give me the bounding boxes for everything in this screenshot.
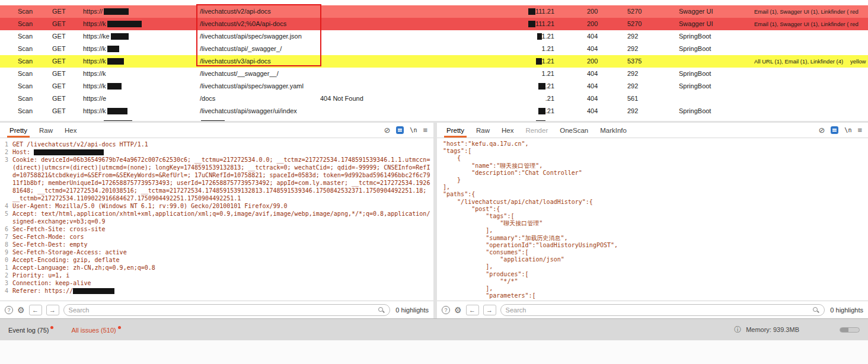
editor-tab[interactable]: Pretty [4,123,33,138]
settings-gear-icon[interactable]: ⚙ [454,306,462,314]
cell-scan-tool: Scan [18,68,49,80]
cell-comment [754,30,849,43]
cell-length: 5375 [627,55,658,68]
hide-items-icon[interactable]: ⊘ [818,126,825,134]
event-log-button[interactable]: Event log (75) [8,326,53,334]
cell-status-text [320,18,421,30]
scan-result-row[interactable]: Scan GET https://k /livechatcust/api/_sw… [0,43,868,55]
editor-menu-icon[interactable]: ≡ [423,126,427,134]
cell-method: GET [52,80,79,92]
redaction-box [538,83,545,90]
cell-scan-tool: Scan [18,30,49,43]
cell-length: 292 [627,43,658,55]
extension-icon[interactable] [831,126,838,134]
cell-title: SpringBoot [679,105,754,117]
cell-ip: 111.21 [506,18,554,30]
editor-tab[interactable]: MarkInfo [594,123,633,138]
newline-toggle-icon[interactable]: \n [410,127,417,133]
settings-gear-icon[interactable]: ⚙ [17,306,25,314]
extension-icon[interactable] [396,126,404,134]
scan-result-row[interactable]: Scan GET https://e /docs 404 Not Found .… [0,92,868,105]
request-line: 4 User-Agent: Mozilla/5.0 (Windows NT 6.… [0,202,433,210]
response-line: ], [437,227,868,234]
hide-items-icon[interactable]: ⊘ [384,126,390,134]
cell-title: SpringBoot [679,80,754,92]
cell-scan-tool: Scan [18,105,49,117]
request-line: 7 Sec-Fetch-Mode: cors [0,233,433,241]
cell-scan-tool: Scan [18,55,49,68]
redaction-box [528,8,535,15]
cell-status-code: 404 [587,105,612,117]
response-line: "*/*" [437,278,868,285]
notification-dot [118,326,121,329]
cell-scan-tool: Scan [18,80,49,92]
editor-tab[interactable]: Pretty [441,123,470,138]
cell-title: Swagger UI [679,5,754,18]
request-line: 6 Sec-Fetch-Site: cross-site [0,225,433,233]
editor-tab[interactable]: Raw [470,123,496,138]
cell-host-url: https://k [83,80,197,92]
scan-result-row[interactable]: Scan GET https://ke /livechatcust/api/sp… [0,30,868,43]
scan-result-row[interactable]: Scan GET https://k /livechatcust/api/spe… [0,80,868,92]
cell-length: 292 [627,105,658,117]
cell-method: GET [52,105,79,117]
response-editor[interactable]: "host":"kefu.qa.17u.cn", "tags":[ { "nam… [437,138,868,301]
redaction-box [107,46,119,52]
response-line: "聊天接口管理" [437,220,868,227]
response-line: "host":"kefu.qa.17u.cn", [437,141,868,148]
next-match-button[interactable]: → [46,305,59,315]
next-match-button[interactable]: → [483,305,496,315]
cell-comment: All URL (1), Email (1), Linkfinder (4) [754,55,849,68]
memory-label: Memory: 939.3MB [746,326,799,333]
cell-status-code: 404 [587,43,612,55]
cell-color-tag: yellow [850,55,868,68]
scan-result-row[interactable]: Scan GET https://k /livechatcust/api/swa… [0,105,868,117]
help-icon[interactable]: ? [5,306,13,314]
cell-ip: 1.21 [506,30,554,43]
search-box [63,304,391,316]
memory-indicator: ⓘ Memory: 939.3MB [734,325,860,335]
all-issues-button[interactable]: All issues (510) [71,326,120,334]
cell-path: /livechatcust/v2;%0A/api-docs [200,18,317,30]
scan-result-row[interactable]: Scan GET https://k /livechatcust/v3/api-… [0,55,868,68]
cell-host-url: https://ke [83,30,197,43]
cell-color-tag [850,43,868,55]
editor-tab[interactable]: Render [520,123,554,138]
line-number: 3 [0,279,8,287]
request-search-input[interactable] [69,306,375,314]
line-number: 1 [0,141,8,148]
response-search-input[interactable] [506,306,809,314]
scan-result-row[interactable]: Scan GET https://k /livechatcust/__swagg… [0,68,868,80]
scan-result-row[interactable]: Scan GET https://k /livechatcust/v2;%0A/… [0,18,868,30]
help-icon[interactable]: ? [442,306,450,314]
cell-status-text [320,80,421,92]
prev-match-button[interactable]: ← [29,305,42,315]
prev-match-button[interactable]: ← [466,305,479,315]
line-number: 3 [0,156,8,202]
cell-status-code: 404 [587,92,612,105]
search-icon [812,306,819,314]
cell-path: /livechatcust/api/spec/swagger.json [200,30,317,43]
cell-status-code: 404 [587,68,612,80]
request-editor[interactable]: 1 GET /livechatcust/v2/api-docs HTTP/1.1… [0,138,433,301]
editor-tab[interactable]: Raw [33,123,59,138]
cell-comment [754,105,849,117]
memory-gauge [840,327,860,333]
cell-length: 5270 [627,5,658,18]
cell-host-url: https:// [83,5,197,18]
cell-comment: Email (1), Swagger UI (1), Linkfinder (4… [754,18,849,30]
cell-status-code: 200 [587,5,612,18]
cell-color-tag: red [850,18,868,30]
line-number: 2 [0,148,8,156]
cell-comment: Email (1), Swagger UI (1), Linkfinder (4… [754,5,849,18]
cell-scan-tool: Scan [18,18,49,30]
response-line: "description":"Chat Controller" [437,170,868,177]
scan-result-row[interactable]: Scan GET https:// /livechatcust/v2/api-d… [0,5,868,18]
newline-toggle-icon[interactable]: \n [844,127,851,133]
editor-tab[interactable]: Hex [496,123,519,138]
editor-tab[interactable]: Hex [59,123,82,138]
editor-menu-icon[interactable]: ≡ [857,126,862,134]
editor-tab[interactable]: OneScan [554,123,594,138]
cell-title [679,55,754,68]
cell-method: GET [52,92,79,105]
